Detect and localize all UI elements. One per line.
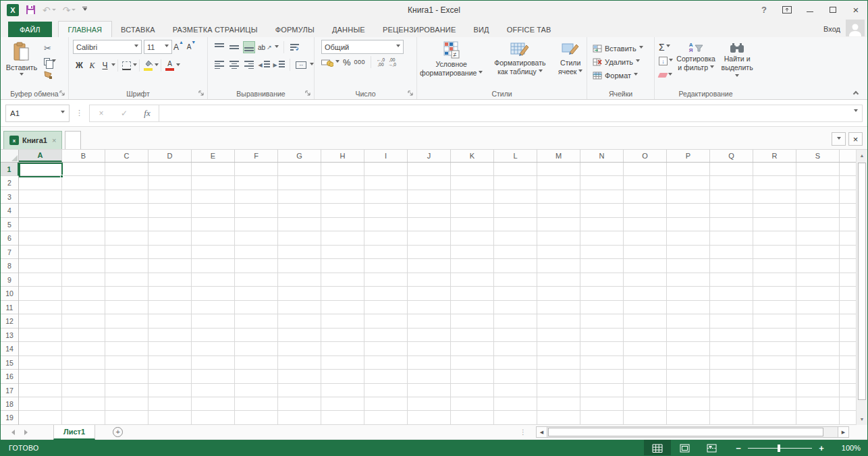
decrease-decimal-button[interactable]: ,00→,0 — [388, 57, 396, 67]
column-header[interactable]: I — [364, 150, 408, 162]
row-header[interactable]: 18 — [1, 397, 18, 411]
column-header[interactable]: B — [62, 150, 105, 162]
bold-button[interactable]: Ж — [73, 59, 86, 72]
column-header-selected[interactable]: A — [19, 150, 62, 162]
add-sheet-button[interactable]: + — [113, 427, 123, 437]
column-header[interactable]: F — [235, 150, 278, 162]
align-middle-button[interactable] — [228, 41, 240, 53]
redo-caret-icon[interactable] — [72, 9, 76, 13]
tab-file[interactable]: ФАЙЛ — [8, 22, 52, 37]
row-header[interactable]: 14 — [1, 342, 18, 355]
avatar[interactable] — [846, 20, 865, 36]
column-header[interactable]: H — [321, 150, 364, 162]
document-tabs-menu-button[interactable] — [832, 132, 846, 146]
cells-area[interactable] — [19, 163, 856, 425]
new-document-tab[interactable] — [65, 131, 81, 149]
row-header[interactable]: 15 — [1, 356, 18, 370]
close-button[interactable]: × — [844, 1, 867, 19]
undo-button[interactable]: ↶ — [43, 5, 56, 15]
font-family-select[interactable]: Calibri — [73, 40, 142, 54]
find-select-button[interactable]: Найти и выделить — [719, 40, 755, 88]
orientation-caret-icon[interactable] — [275, 45, 279, 50]
scroll-right-button[interactable]: ▶ — [838, 426, 849, 438]
sign-in-link[interactable]: Вход — [823, 25, 840, 33]
grow-font-button[interactable]: А▲ — [172, 40, 185, 54]
splitter-dots[interactable]: ⋮ — [520, 428, 526, 436]
maximize-button[interactable] — [821, 1, 844, 19]
ribbon-tab[interactable]: ВИД — [464, 22, 497, 37]
next-sheet-button[interactable] — [24, 430, 28, 435]
column-header[interactable]: R — [753, 150, 796, 162]
select-all-corner[interactable] — [1, 150, 19, 162]
row-header[interactable]: 2 — [1, 176, 18, 190]
vertical-scrollbar[interactable]: ▲ ▼ — [856, 150, 867, 425]
paste-caret-icon[interactable] — [20, 73, 24, 78]
ribbon-tab[interactable]: ВСТАВКА — [112, 22, 164, 37]
column-header[interactable]: E — [192, 150, 235, 162]
font-color-button[interactable]: А — [163, 59, 176, 72]
insert-cells-button[interactable]: Вставить — [593, 42, 643, 54]
normal-view-button[interactable] — [644, 440, 671, 456]
insert-function-button[interactable]: fx — [136, 108, 159, 119]
font-color-caret-icon[interactable] — [176, 63, 180, 68]
horizontal-scrollbar[interactable]: ◀ ▶ — [536, 426, 849, 438]
number-dialog-launcher[interactable] — [408, 90, 414, 97]
document-tab-close-icon[interactable]: × — [52, 136, 56, 144]
align-right-button[interactable] — [243, 59, 255, 71]
alignment-dialog-launcher[interactable] — [305, 90, 312, 97]
ribbon-tab[interactable]: ФОРМУЛЫ — [267, 22, 323, 37]
column-header[interactable]: Q — [710, 150, 753, 162]
number-format-select[interactable]: Общий — [321, 40, 404, 54]
row-header[interactable]: 9 — [1, 273, 18, 287]
copy-button[interactable] — [44, 57, 56, 66]
borders-caret-icon[interactable] — [133, 63, 137, 68]
clipboard-dialog-launcher[interactable] — [59, 90, 66, 97]
row-header[interactable]: 8 — [1, 259, 18, 273]
italic-button[interactable]: К — [86, 59, 99, 72]
document-tabs-close-button[interactable]: × — [848, 132, 863, 146]
column-header[interactable]: G — [278, 150, 321, 162]
fill-color-caret-icon[interactable] — [155, 63, 159, 68]
name-box-caret-icon[interactable] — [61, 111, 65, 115]
underline-button[interactable]: Ч — [99, 59, 111, 72]
row-header[interactable]: 7 — [1, 246, 18, 259]
customize-quick-access-button[interactable] — [82, 7, 87, 13]
scroll-left-button[interactable]: ◀ — [536, 426, 547, 438]
expand-formula-bar-caret[interactable] — [854, 109, 858, 114]
zoom-percentage[interactable]: 100% — [831, 444, 861, 452]
row-header[interactable]: 10 — [1, 287, 18, 300]
scroll-down-button[interactable]: ▼ — [857, 414, 867, 425]
merge-center-button[interactable]: ↔ — [295, 59, 307, 71]
align-left-button[interactable] — [213, 59, 225, 71]
currency-caret-icon[interactable] — [335, 60, 340, 65]
row-header-selected[interactable]: 1 — [1, 163, 19, 176]
horizontal-scroll-track[interactable] — [547, 426, 838, 438]
undo-caret-icon[interactable] — [52, 9, 56, 13]
font-size-select[interactable]: 11 — [144, 40, 172, 54]
cut-button[interactable]: ✂ — [44, 43, 56, 53]
zoom-out-button[interactable]: − — [734, 443, 742, 453]
align-center-button[interactable] — [228, 59, 240, 71]
page-break-view-button[interactable] — [698, 440, 725, 456]
cancel-button[interactable]: × — [90, 109, 113, 118]
help-button[interactable]: ? — [753, 1, 776, 19]
zoom-slider[interactable] — [748, 448, 812, 449]
column-header[interactable]: P — [667, 150, 710, 162]
sort-filter-button[interactable]: АЯ Сортировка и фильтр — [676, 40, 716, 88]
collapse-ribbon-button[interactable] — [854, 90, 859, 95]
row-header[interactable]: 16 — [1, 370, 18, 383]
wrap-text-button[interactable] — [289, 41, 301, 53]
accounting-format-button[interactable] — [321, 57, 340, 67]
align-top-button[interactable] — [213, 41, 225, 53]
zoom-slider-thumb[interactable] — [778, 445, 780, 452]
ribbon-tab[interactable]: ДАННЫЕ — [323, 22, 374, 37]
tab-home-active[interactable]: ГЛАВНАЯ — [58, 21, 112, 37]
save-icon[interactable] — [26, 5, 36, 15]
underline-caret-icon[interactable] — [111, 63, 115, 68]
column-header[interactable]: S — [796, 150, 840, 162]
minimize-button[interactable] — [798, 1, 821, 19]
paste-button[interactable]: Вставить — [2, 40, 41, 88]
ribbon-display-options-button[interactable] — [776, 1, 798, 19]
column-header[interactable]: L — [494, 150, 537, 162]
document-tab-active[interactable]: x Книга1 × — [3, 131, 62, 149]
